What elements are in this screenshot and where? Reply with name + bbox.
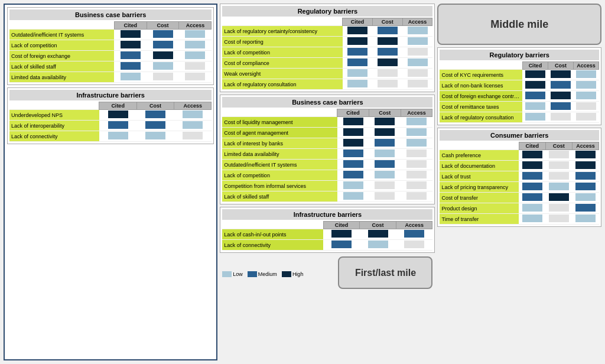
reg-cost-h: Cost: [372, 18, 402, 26]
cell-low: [337, 181, 369, 191]
row-label: Lack of connectivity: [222, 240, 323, 251]
cell-empty: [402, 79, 432, 90]
cell-empty: [179, 72, 212, 83]
cell-empty: [402, 47, 432, 58]
r-reg-access-h: Access: [573, 62, 599, 70]
cell-empty: [545, 171, 572, 182]
middle-mile-label: Middle mile: [490, 18, 548, 31]
row-label: Lack of competition: [222, 47, 342, 58]
cell-empty: [548, 112, 573, 123]
cell-med: [519, 171, 545, 182]
row-label: Cost of reporting: [222, 37, 342, 47]
top-regulatory-table: Cited Cost Access Lack of regulatory cer…: [222, 18, 432, 90]
middle-mile-box: Middle mile: [437, 4, 601, 45]
cell-empty: [369, 181, 401, 191]
row-label: Limited data availability: [222, 149, 337, 160]
row-label: Lack of pricing transparency: [440, 182, 519, 193]
legend-low: Low: [222, 271, 243, 277]
row-label: Lack of connectivity: [9, 131, 99, 142]
row-label: Lack of cash-in/-out points: [222, 229, 323, 240]
cell-med: [572, 171, 599, 182]
cell-empty: [147, 72, 179, 83]
cell-med: [548, 102, 573, 112]
cell-empty: [545, 203, 572, 214]
row-label: Lack of interoperability: [9, 121, 99, 131]
row-label: Cost of foreign exchange controls: [440, 91, 522, 102]
cell-high: [114, 30, 147, 40]
cell-empty: [401, 170, 432, 181]
mid-bc-table: Cited Cost Access Cost of liquidity mana…: [222, 109, 432, 202]
row-label: Weak oversight: [222, 69, 342, 79]
cell-high: [337, 128, 369, 138]
reg-access-h: Access: [402, 18, 432, 26]
cell-low: [572, 193, 599, 203]
legend-med: Medium: [248, 271, 277, 277]
cell-empty: [369, 191, 401, 202]
cell-empty: [401, 160, 432, 170]
row-label: Lack of competition: [222, 170, 337, 181]
mid-bc-title: Business case barriers: [222, 97, 432, 108]
right-regulatory-title: Regulatory barriers: [440, 50, 599, 60]
cell-med: [519, 193, 545, 203]
cell-med: [337, 170, 369, 181]
left-column: Business case barriers Cited Cost Access…: [4, 4, 217, 360]
legend: Low Medium High: [222, 271, 303, 277]
mid-infra-box: Infrastructure barriers Cited Cost Acces…: [220, 207, 435, 253]
row-label: Lack of non-bank licenses: [440, 80, 522, 91]
cell-low: [572, 214, 599, 225]
cell-low: [114, 72, 147, 83]
cell-high: [572, 150, 599, 161]
row-label: Cost of compliance: [222, 58, 342, 69]
cell-low: [343, 79, 373, 90]
cell-high: [369, 117, 401, 128]
top-regulatory-box: Regulatory barriers Cited Cost Access La…: [220, 4, 435, 92]
cell-med: [519, 182, 545, 193]
cell-med: [343, 58, 373, 69]
cell-low: [179, 51, 212, 61]
cell-med: [572, 182, 599, 193]
cell-low: [369, 149, 401, 160]
row-label: Lack of regulatory consultation: [222, 79, 342, 90]
infra-access-header: Access: [174, 102, 212, 110]
cell-empty: [174, 131, 212, 142]
cell-med: [372, 26, 402, 37]
right-consumer-title: Consumer barriers: [440, 130, 599, 141]
cell-high: [548, 70, 573, 80]
row-label: Lack of interest by banks: [222, 138, 337, 149]
middle-column: Regulatory barriers Cited Cost Access La…: [220, 4, 435, 360]
left-infra-title: Infrastructure barriers: [9, 90, 212, 100]
infra-cost-header: Cost: [136, 102, 174, 110]
cell-high: [372, 58, 402, 69]
row-label: Cost of remittance taxes: [440, 102, 522, 112]
cell-low: [337, 191, 369, 202]
cell-high: [522, 80, 548, 91]
row-label: Cost of transfer: [440, 193, 519, 203]
cell-med: [136, 110, 174, 121]
cell-high: [99, 110, 136, 121]
mid-infra-title: Infrastructure barriers: [222, 209, 432, 220]
reg-cited-h: Cited: [343, 18, 373, 26]
cell-med: [99, 121, 136, 131]
cell-low: [401, 117, 432, 128]
cell-high: [147, 51, 179, 61]
cell-med: [343, 47, 373, 58]
row-label: Lack of documentation: [440, 161, 519, 171]
row-label: Cost of KYC requirements: [440, 70, 522, 80]
row-label: Lack of skilled staff: [9, 61, 114, 72]
cell-empty: [372, 79, 402, 90]
row-label: Underdeveloped NPS: [9, 110, 99, 121]
legend-high-label: High: [292, 271, 304, 277]
row-label: Lack of trust: [440, 171, 519, 182]
cell-med: [114, 61, 147, 72]
mid-infra-access-h: Access: [396, 222, 432, 229]
cell-empty: [573, 112, 599, 123]
cell-med: [323, 240, 360, 251]
row-label: Limited data availability: [9, 72, 114, 83]
r-reg-cost-h: Cost: [548, 62, 573, 70]
cell-high: [548, 91, 573, 102]
mid-bc-access-h: Access: [401, 109, 432, 117]
right-regulatory-box: Regulatory barriers Cited Cost Access Co…: [437, 47, 601, 125]
cell-low: [136, 131, 174, 142]
cell-low: [522, 112, 548, 123]
row-label: Time of transfer: [440, 214, 519, 225]
